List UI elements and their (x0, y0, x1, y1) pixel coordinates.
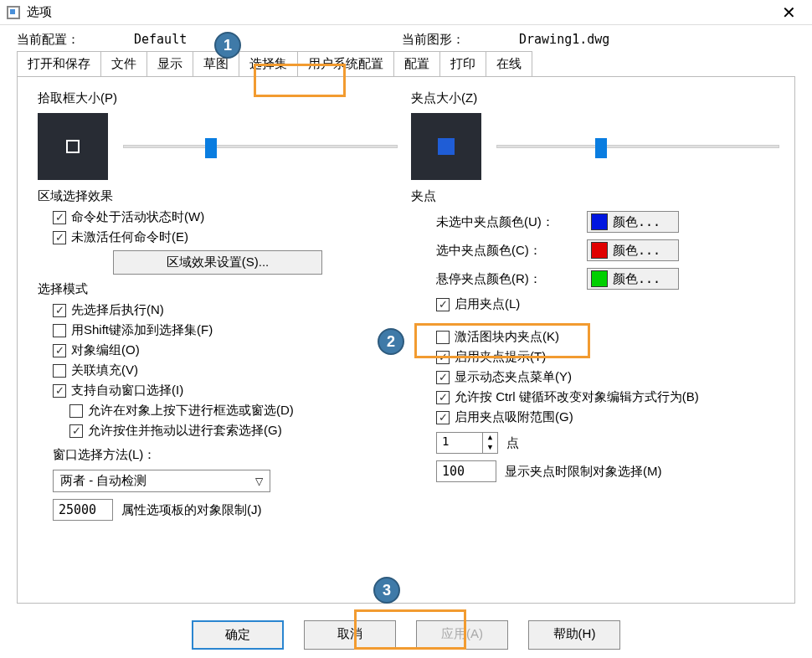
chk-press-drag-window-label: 允许在对象上按下进行框选或窗选(D) (88, 403, 294, 419)
tab-open-save[interactable]: 打开和保存 (17, 51, 101, 76)
chk-auto-window-label: 支持自动窗口选择(I) (71, 383, 183, 398)
chk-noun-verb-label: 先选择后执行(N) (71, 302, 164, 318)
tab-online[interactable]: 在线 (486, 51, 532, 76)
callout-3: 3 (373, 577, 400, 604)
chk-grip-snap-label: 启用夹点吸附范围(G) (455, 409, 573, 425)
chk-ctrl-cycle[interactable] (436, 391, 450, 404)
color-button-label: 颜色... (613, 214, 660, 230)
cancel-button[interactable]: 取消 (304, 620, 396, 650)
chk-enable-grips[interactable] (436, 298, 450, 311)
color-hover-button[interactable]: 颜色... (587, 268, 679, 290)
titlebar: 选项 ✕ (0, 0, 812, 25)
chk-noun-verb[interactable] (53, 304, 66, 317)
chk-no-active-command-label: 未激活任何命令时(E) (71, 229, 188, 245)
region-effect-settings-button[interactable]: 区域效果设置(S)... (113, 250, 322, 275)
left-pane: 拾取框大小(P) 区域选择效果 命令处于活动状态时(W) 未激活任何命令时(E)… (38, 87, 398, 527)
chk-enable-grips-label: 启用夹点(L) (455, 296, 520, 312)
chk-shift-add-label: 用Shift键添加到选择集(F) (71, 322, 213, 338)
color-unselected-button[interactable]: 颜色... (587, 211, 679, 233)
tab-file[interactable]: 文件 (101, 51, 147, 76)
chk-grip-tips-label: 启用夹点提示(T) (455, 349, 546, 365)
window-method-label: 窗口选择方法(L)： (53, 447, 398, 463)
chk-block-grips-label: 激活图块内夹点(K) (455, 329, 559, 345)
chk-no-active-command[interactable] (53, 231, 66, 244)
color-hover-swatch (591, 270, 608, 287)
tab-display[interactable]: 显示 (147, 51, 193, 76)
chk-dynamic-grip-menu[interactable] (436, 371, 450, 384)
content-pane: 拾取框大小(P) 区域选择效果 命令处于活动状态时(W) 未激活任何命令时(E)… (17, 76, 795, 604)
snap-points-value: 1 (437, 433, 482, 453)
gripsize-slider[interactable] (496, 138, 779, 155)
color-hover-label: 悬停夹点颜色(R)： (436, 271, 587, 287)
callout-1: 1 (214, 32, 241, 59)
config-row: 当前配置： Default 当前图形： Drawing1.dwg (0, 25, 812, 51)
chk-assoc-hatch-label: 关联填充(V) (71, 362, 138, 378)
chevron-down-icon: ▽ (255, 476, 263, 487)
chk-grip-snap[interactable] (436, 411, 450, 424)
color-selected-swatch (591, 242, 608, 259)
spinner-down-icon[interactable]: ▼ (483, 443, 497, 453)
color-unselected-label: 未选中夹点颜色(U)： (436, 214, 587, 230)
tab-selection[interactable]: 选择集 (239, 51, 298, 76)
pickbox-preview (38, 113, 108, 180)
grip-limit-label: 显示夹点时限制对象选择(M) (505, 464, 662, 480)
chk-object-group[interactable] (53, 344, 66, 357)
current-drawing-label: 当前图形： (402, 32, 519, 48)
close-button[interactable]: ✕ (772, 3, 805, 23)
right-pane: 夹点大小(Z) 夹点 未选中夹点颜色(U)： 颜色... 选中夹点颜色(C)： (411, 87, 779, 489)
selection-mode-title: 选择模式 (38, 281, 398, 297)
chk-active-command[interactable] (53, 211, 66, 224)
grip-limit-input[interactable]: 100 (436, 460, 496, 482)
tab-print[interactable]: 打印 (440, 51, 486, 76)
dialog-buttons: 确定 取消 应用(A) 帮助(H) (0, 620, 812, 650)
window-method-value: 两者 - 自动检测 (60, 473, 146, 489)
tabs: 打开和保存 文件 显示 草图 选择集 用户系统配置 配置 打印 在线 (0, 51, 812, 76)
property-limit-input[interactable]: 25000 (53, 499, 113, 521)
chk-active-command-label: 命令处于活动状态时(W) (71, 209, 204, 225)
color-selected-button[interactable]: 颜色... (587, 239, 679, 261)
current-config-value: Default (134, 32, 285, 48)
ok-button[interactable]: 确定 (192, 620, 284, 650)
color-unselected-swatch (591, 213, 608, 230)
gripsize-preview (411, 113, 481, 180)
spinner-up-icon[interactable]: ▲ (483, 433, 497, 443)
chk-shift-add[interactable] (53, 324, 66, 337)
chk-lasso[interactable] (69, 424, 83, 438)
tab-user-pref[interactable]: 用户系统配置 (298, 51, 394, 76)
region-select-title: 区域选择效果 (38, 188, 398, 204)
callout-2: 2 (378, 328, 404, 355)
snap-points-label: 点 (506, 435, 519, 451)
chk-auto-window[interactable] (53, 384, 66, 398)
chk-lasso-label: 允许按住并拖动以进行套索选择(G) (88, 423, 282, 439)
gripsize-preview-icon (438, 138, 455, 155)
window-method-dropdown[interactable]: 两者 - 自动检测 ▽ (53, 470, 270, 492)
current-drawing-value: Drawing1.dwg (519, 32, 670, 48)
chk-press-drag-window[interactable] (69, 404, 83, 418)
color-button-label: 颜色... (613, 243, 660, 259)
chk-grip-tips[interactable] (436, 351, 450, 364)
window-title: 选项 (27, 4, 772, 20)
tab-profile[interactable]: 配置 (394, 51, 440, 76)
pickbox-slider[interactable] (123, 138, 398, 155)
chk-ctrl-cycle-label: 允许按 Ctrl 键循环改变对象编辑方式行为(B) (455, 389, 699, 405)
pickbox-preview-icon (66, 140, 80, 153)
current-config-label: 当前配置： (17, 32, 134, 48)
pickbox-size-label: 拾取框大小(P) (38, 90, 398, 106)
property-limit-label: 属性选项板的对象限制(J) (121, 502, 262, 518)
grip-title: 夹点 (411, 188, 779, 204)
chk-block-grips[interactable] (436, 331, 450, 344)
color-selected-label: 选中夹点颜色(C)： (436, 243, 587, 259)
gripsize-label: 夹点大小(Z) (411, 90, 779, 106)
help-button[interactable]: 帮助(H) (528, 620, 620, 650)
color-button-label: 颜色... (613, 271, 660, 287)
chk-assoc-hatch[interactable] (53, 364, 66, 378)
app-icon (7, 6, 20, 19)
chk-object-group-label: 对象编组(O) (71, 342, 140, 358)
apply-button: 应用(A) (416, 620, 508, 650)
snap-points-spinner[interactable]: 1 ▲▼ (436, 432, 498, 454)
chk-dynamic-grip-menu-label: 显示动态夹点菜单(Y) (455, 369, 572, 385)
